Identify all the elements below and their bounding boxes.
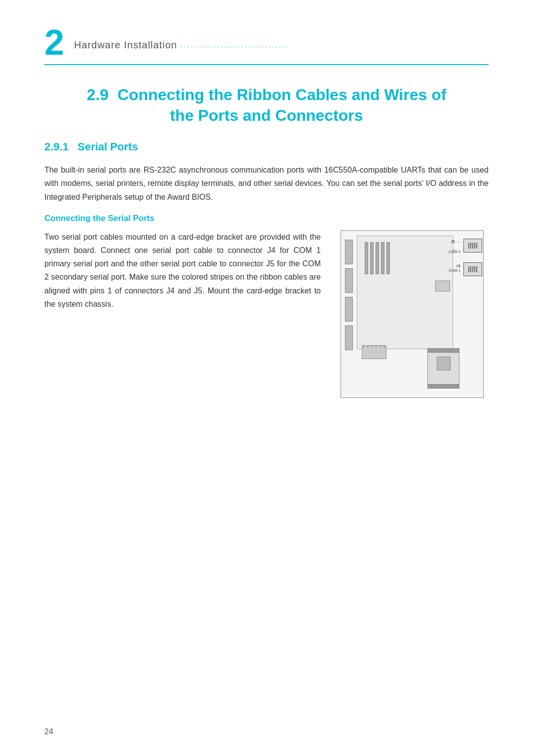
two-col-section: Two serial port cables mounted on a card… xyxy=(44,230,489,398)
j5-label: J5 → xyxy=(451,239,460,244)
chapter-number: 2 xyxy=(44,25,64,60)
j5-com2-area: J5 → ↑ COM 2 xyxy=(463,238,482,276)
board-vbar-4 xyxy=(381,242,384,274)
bottom-right-component xyxy=(427,348,459,389)
page-number: 24 xyxy=(44,727,53,736)
connecting-subheading: Connecting the Serial Ports xyxy=(44,214,489,223)
header-dots: ................................ xyxy=(180,41,289,49)
board-connectors xyxy=(365,242,390,274)
comp-chip xyxy=(437,357,451,370)
board-small-rect xyxy=(435,281,450,291)
com1-port-pins xyxy=(468,266,477,272)
board-diagram: J5 → ↑ COM 2 xyxy=(341,230,484,398)
section-number: 2.9 xyxy=(87,86,109,104)
j4-label: J4 xyxy=(456,263,460,268)
board-diagram-container: J5 → ↑ COM 2 xyxy=(336,230,489,398)
subsection-title-text: Serial Ports xyxy=(77,141,138,153)
main-board xyxy=(357,236,453,349)
section-title-text: Connecting the Ribbon Cables and Wires o… xyxy=(117,86,446,104)
j4-com1-area: J4 COM 1 xyxy=(463,262,482,276)
j5-label-area: J5 → xyxy=(451,239,460,244)
connector-strip-2 xyxy=(345,268,353,293)
connector-strip-4 xyxy=(345,325,353,350)
header-title-text: Hardware Installation xyxy=(74,39,177,51)
board-vbar-3 xyxy=(376,242,379,274)
subsection-number: 2.9.1 xyxy=(44,141,69,153)
comp-top-connector xyxy=(428,349,459,353)
section-title-line2: the Ports and Connectors xyxy=(170,107,363,124)
body-text: The built-in serial ports are RS-232C as… xyxy=(44,163,489,204)
bottom-chip xyxy=(362,345,386,359)
board-vbar-2 xyxy=(370,242,374,274)
comp-bottom-connector xyxy=(428,384,459,388)
left-connectors xyxy=(345,240,353,350)
page-container: 2 Hardware Installation ................… xyxy=(0,0,533,756)
com2-port-pins xyxy=(468,243,477,249)
chip-pins-top xyxy=(362,346,386,348)
board-vbar-1 xyxy=(365,242,368,274)
connector-strip-1 xyxy=(345,240,353,264)
com2-port-box xyxy=(463,239,482,252)
com1-label: COM 1 xyxy=(449,268,460,273)
com1-port-box xyxy=(463,262,482,276)
section-title: 2.9 Connecting the Ribbon Cables and Wir… xyxy=(44,85,489,126)
subsection-title: 2.9.1 Serial Ports xyxy=(44,141,489,153)
com2-label: COM 2 xyxy=(449,250,460,254)
header: 2 Hardware Installation ................… xyxy=(44,30,489,65)
board-vbar-5 xyxy=(386,242,390,274)
header-title: Hardware Installation ..................… xyxy=(74,39,289,51)
connecting-text: Two serial port cables mounted on a card… xyxy=(44,230,321,311)
connector-strip-3 xyxy=(345,297,353,322)
